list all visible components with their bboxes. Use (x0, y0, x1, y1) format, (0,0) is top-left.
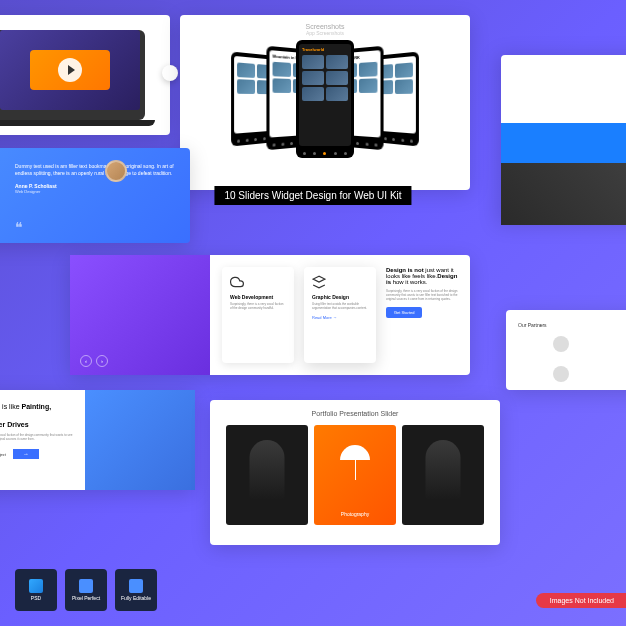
partners-card: Our Partners PAVAN (506, 310, 626, 390)
testimonial-quote: Dummy text used is am filler text bookma… (15, 163, 175, 177)
edit-icon (129, 579, 143, 593)
phone-center-title: Travelworld (302, 47, 348, 52)
services-next-button[interactable]: › (96, 355, 108, 367)
service2-title: Graphic Design (312, 294, 368, 300)
partner-logo-3 (518, 366, 603, 384)
testimonial-card: Dummy text used is am filler text bookma… (0, 148, 190, 243)
play-button[interactable] (58, 58, 82, 82)
service1-title: Web Development (230, 294, 286, 300)
service1-desc: Surprisingly, there is a very vocal fact… (230, 303, 286, 311)
umbrella-icon (340, 445, 370, 460)
layers-icon (312, 275, 326, 289)
service-card-web-dev[interactable]: Web Development Surprisingly, there is a… (222, 267, 294, 363)
business-quote-card: A business that makes nothing but money … (501, 55, 626, 225)
product-title-chip: 10 Sliders Widget Design for Web UI Kit (214, 186, 411, 205)
painting-headline: igital Design is like Painting, Except e… (0, 402, 73, 429)
blue-image-panel (85, 390, 195, 490)
design-description: Surprisingly, there is a very vocal fact… (386, 289, 458, 301)
testimonial-avatar (105, 160, 127, 182)
app-screenshots-card: Screenshots App Screenshots Mountain in … (180, 15, 470, 190)
digital-design-card: igital Design is like Painting, Except e… (0, 390, 195, 490)
psd-badge: PSD (15, 569, 57, 611)
portfolio-label-photography: Photography (314, 511, 396, 517)
portfolio-item-2[interactable]: Photography (314, 425, 396, 525)
partners-title: Our Partners (518, 322, 626, 328)
phone-mockup-center[interactable]: Travelworld (296, 40, 354, 158)
services-prev-button[interactable]: ‹ (80, 355, 92, 367)
portfolio-item-3[interactable] (402, 425, 484, 525)
partner-logo-1 (518, 336, 603, 360)
images-not-included-pill: Images Not Included (536, 593, 626, 608)
web-design-band[interactable] (501, 123, 626, 163)
testimonial-role: Web Designer (15, 189, 175, 194)
design-headline: Design is not just want it looks like fe… (386, 267, 458, 285)
svg-marker-0 (313, 276, 325, 282)
partner-logo-2: PAVAN (609, 336, 626, 360)
services-purple-panel: ‹ › (70, 255, 210, 375)
portfolio-slider-card: Portfolio Presentation Slider Photograph… (210, 400, 500, 545)
start-project-cta[interactable]: Let's Start a New Project → (0, 449, 73, 459)
screenshots-title: App Screenshots (188, 30, 462, 36)
service2-desc: Using filler text avoids the workable ar… (312, 303, 368, 311)
pixel-perfect-badge: Pixel Perfect (65, 569, 107, 611)
feature-badges: PSD Pixel Perfect Fully Editable (15, 569, 157, 611)
cloud-icon (230, 275, 244, 289)
service-card-graphic[interactable]: Graphic Design Using filler text avoids … (304, 267, 376, 363)
laptop-mockup (0, 30, 145, 120)
screenshots-bg-title: Screenshots (188, 23, 462, 30)
next-arrow-button[interactable] (162, 65, 178, 81)
quote-icon: ❝ (15, 219, 23, 235)
painting-description: Surprisingly, there is a very vocal fact… (0, 433, 73, 441)
portfolio-item-1[interactable] (226, 425, 308, 525)
editable-badge: Fully Editable (115, 569, 157, 611)
services-slider-card: ‹ › Web Development Surprisingly, there … (70, 255, 470, 375)
arrow-button[interactable]: → (13, 449, 39, 459)
portfolio-title: Portfolio Presentation Slider (220, 410, 490, 417)
read-more-link[interactable]: Read More → (312, 315, 368, 320)
video-slider-card: I Kit - Advik ve up (0, 15, 170, 135)
photoshop-icon (29, 579, 43, 593)
partner-logo-4 (609, 366, 626, 384)
grid-icon (79, 579, 93, 593)
get-started-button[interactable]: Get Started (386, 307, 422, 318)
